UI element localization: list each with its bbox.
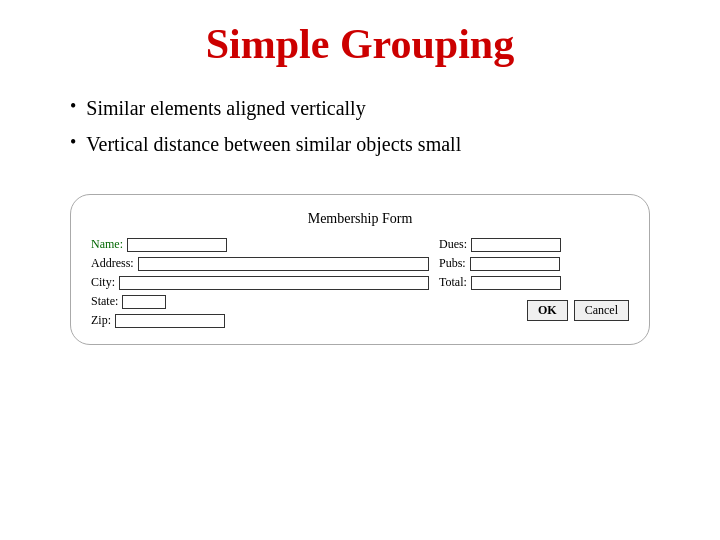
city-input[interactable] bbox=[119, 276, 429, 290]
state-label: State: bbox=[91, 294, 118, 309]
address-row: Address: bbox=[91, 256, 429, 271]
total-row: Total: bbox=[439, 275, 629, 290]
state-input[interactable] bbox=[122, 295, 166, 309]
zip-label: Zip: bbox=[91, 313, 111, 328]
zip-input[interactable] bbox=[115, 314, 225, 328]
total-input[interactable] bbox=[471, 276, 561, 290]
ok-button[interactable]: OK bbox=[527, 300, 568, 321]
name-label: Name: bbox=[91, 237, 123, 252]
city-row: City: bbox=[91, 275, 429, 290]
address-input[interactable] bbox=[138, 257, 429, 271]
button-row: OK Cancel bbox=[439, 300, 629, 321]
zip-row: Zip: bbox=[91, 313, 429, 328]
state-row: State: bbox=[91, 294, 429, 309]
title-area: Simple Grouping bbox=[40, 20, 680, 68]
pubs-input[interactable] bbox=[470, 257, 560, 271]
page-title: Simple Grouping bbox=[206, 21, 514, 67]
pubs-label: Pubs: bbox=[439, 256, 466, 271]
pubs-row: Pubs: bbox=[439, 256, 629, 271]
address-label: Address: bbox=[91, 256, 134, 271]
form-title: Membership Form bbox=[91, 211, 629, 227]
form-inner: Name: Address: City: State bbox=[91, 237, 629, 328]
dues-input[interactable] bbox=[471, 238, 561, 252]
name-row: Name: bbox=[91, 237, 429, 252]
bullet-text-1: Similar elements aligned vertically bbox=[86, 92, 365, 124]
page-container: Simple Grouping • Similar elements align… bbox=[0, 0, 720, 540]
dues-label: Dues: bbox=[439, 237, 467, 252]
form-left-column: Name: Address: City: State bbox=[91, 237, 429, 328]
list-item: • Similar elements aligned vertically bbox=[70, 92, 461, 124]
form-right-column: Dues: Pubs: Total: OK bbox=[439, 237, 629, 328]
name-input[interactable] bbox=[127, 238, 227, 252]
bullet-icon: • bbox=[70, 92, 76, 121]
total-label: Total: bbox=[439, 275, 467, 290]
dues-row: Dues: bbox=[439, 237, 629, 252]
cancel-button[interactable]: Cancel bbox=[574, 300, 629, 321]
bullet-text-2: Vertical distance between similar object… bbox=[86, 128, 461, 160]
list-item: • Vertical distance between similar obje… bbox=[70, 128, 461, 160]
form-card-wrapper: Membership Form Name: Address: bbox=[40, 194, 680, 345]
bullet-list: • Similar elements aligned vertically • … bbox=[70, 92, 461, 164]
bullet-icon: • bbox=[70, 128, 76, 157]
city-label: City: bbox=[91, 275, 115, 290]
membership-form-card: Membership Form Name: Address: bbox=[70, 194, 650, 345]
